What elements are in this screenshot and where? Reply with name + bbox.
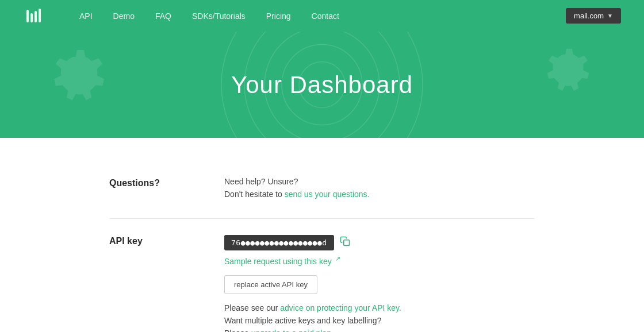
- apikey-content: 76●●●●●●●●●●●●●●●●●d Sample request usin…: [224, 235, 535, 332]
- questions-line1: Need help? Unsure?: [224, 177, 535, 186]
- svg-rect-0: [26, 10, 29, 22]
- apikey-label: API key: [109, 235, 201, 332]
- nav-faq[interactable]: FAQ: [155, 11, 171, 21]
- dropdown-caret-icon: ▼: [607, 13, 613, 19]
- hero-bg-icon-left: [46, 43, 115, 112]
- nav-demo[interactable]: Demo: [113, 11, 135, 21]
- apikey-row: API key 76●●●●●●●●●●●●●●●●●d Sample requ…: [109, 219, 535, 332]
- dashboard-title: Your Dashboard: [231, 71, 413, 99]
- main-content: Questions? Need help? Unsure? Don't hesi…: [0, 138, 644, 332]
- upgrade-text-line2: Please upgrade to a paid plan.: [224, 329, 535, 332]
- nav-api[interactable]: API: [79, 11, 93, 21]
- user-email-button[interactable]: mail.com ▼: [566, 8, 621, 24]
- hero-bg-icon-right: [540, 43, 598, 101]
- svg-rect-1: [30, 13, 33, 22]
- questions-label: Questions?: [109, 177, 201, 202]
- send-questions-link[interactable]: send us your questions.: [285, 190, 370, 199]
- questions-line2-prefix: Don't hesitate to: [224, 190, 285, 199]
- sample-request-link[interactable]: Sample request using this key ↗: [224, 255, 535, 266]
- user-menu[interactable]: mail.com ▼: [566, 8, 621, 24]
- copy-key-icon[interactable]: [340, 236, 350, 249]
- svg-rect-2: [34, 11, 37, 22]
- hero-banner: Your Dashboard: [0, 32, 644, 138]
- nav-pricing[interactable]: Pricing: [266, 11, 291, 21]
- questions-content: Need help? Unsure? Don't hesitate to sen…: [224, 177, 535, 202]
- nav-contact[interactable]: Contact: [312, 11, 339, 21]
- nav-sdks[interactable]: SDKs/Tutorials: [192, 11, 246, 21]
- questions-line2: Don't hesitate to send us your questions…: [224, 190, 535, 199]
- upgrade-text-line1: Want multiple active keys and key labell…: [224, 316, 535, 325]
- external-link-icon: ↗: [335, 255, 340, 262]
- svg-rect-3: [39, 9, 41, 22]
- navbar: API Demo FAQ SDKs/Tutorials Pricing Cont…: [0, 0, 644, 32]
- replace-button-wrapper: replace active API key: [224, 275, 535, 303]
- content-section: Questions? Need help? Unsure? Don't hesi…: [86, 161, 558, 332]
- api-key-display: 76●●●●●●●●●●●●●●●●●d: [224, 235, 535, 250]
- logo[interactable]: [23, 5, 45, 27]
- nav-links: API Demo FAQ SDKs/Tutorials Pricing Cont…: [79, 11, 566, 21]
- svg-rect-9: [343, 240, 349, 246]
- api-key-value: 76●●●●●●●●●●●●●●●●●d: [224, 235, 334, 250]
- advice-text: Please see our advice on protecting your…: [224, 303, 535, 312]
- upgrade-link[interactable]: upgrade to a paid plan.: [251, 329, 334, 332]
- questions-row: Questions? Need help? Unsure? Don't hesi…: [109, 161, 535, 219]
- replace-api-key-button[interactable]: replace active API key: [224, 275, 317, 294]
- advice-link[interactable]: advice on protecting your API key.: [280, 303, 401, 312]
- user-email-text: mail.com: [574, 11, 604, 20]
